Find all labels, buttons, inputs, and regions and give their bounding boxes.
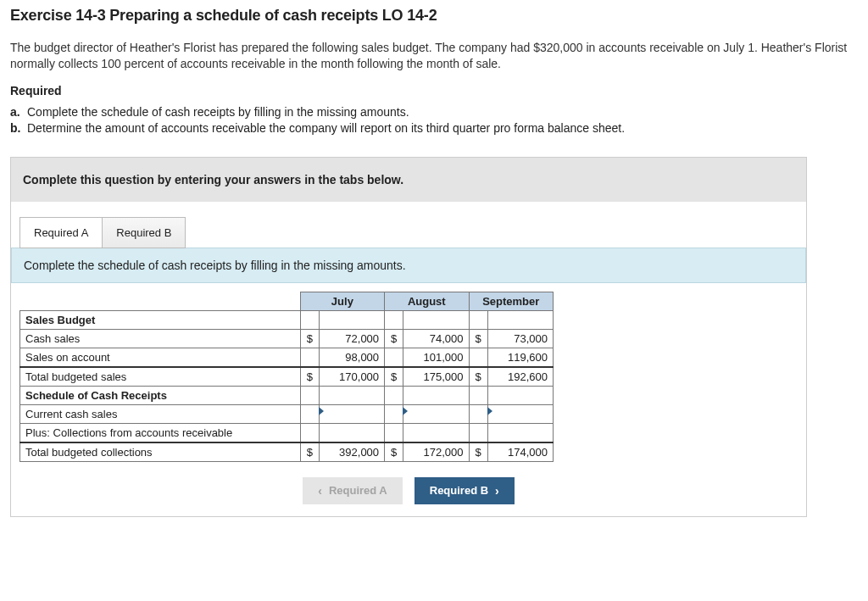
cell-value[interactable]: 192,600 (487, 367, 553, 387)
blank-header (20, 292, 301, 310)
requirements-list: a. Complete the schedule of cash receipt… (10, 104, 858, 136)
cell-sym[interactable]: $ (469, 442, 487, 462)
req-a-bullet: a. (10, 104, 27, 120)
col-july: July (300, 292, 384, 310)
row-total-budgeted-sales: Total budgeted sales (20, 367, 301, 387)
required-heading: Required (10, 84, 858, 97)
chevron-right-icon: › (495, 484, 499, 498)
req-b-bullet: b. (10, 120, 27, 136)
tab-required-b[interactable]: Required B (103, 217, 186, 248)
row-current-cash-sales: Current cash sales (20, 404, 301, 423)
col-september: September (469, 292, 553, 310)
cell-value[interactable]: 170,000 (319, 367, 384, 387)
cell-sym[interactable] (385, 423, 403, 442)
cell-sym[interactable]: $ (385, 367, 403, 387)
row-schedule-receipts: Schedule of Cash Receipts (20, 386, 301, 404)
cell-value[interactable]: 72,000 (319, 329, 384, 348)
row-plus-collections: Plus: Collections from accounts receivab… (20, 423, 301, 442)
cell-sym[interactable]: $ (385, 329, 403, 348)
col-august: August (385, 292, 469, 310)
cell-sym[interactable]: $ (300, 442, 319, 462)
cell-value[interactable]: 175,000 (403, 367, 469, 387)
tab-row: Required A Required B (19, 217, 806, 248)
req-a-text: Complete the schedule of cash receipts b… (27, 104, 409, 120)
cell-value[interactable]: 392,000 (319, 442, 384, 462)
prev-button: ‹ Required A (303, 477, 403, 504)
worksheet-table: July August September Sales Budget Cash … (19, 292, 554, 462)
answer-instruction-bar: Complete this question by entering your … (11, 158, 806, 202)
cell-input[interactable] (319, 423, 384, 442)
cell-value[interactable]: 119,600 (487, 348, 553, 367)
cell-value[interactable]: 172,000 (403, 442, 469, 462)
cell-value[interactable]: 174,000 (487, 442, 553, 462)
exercise-title: Exercise 14-3 Preparing a schedule of ca… (10, 7, 858, 25)
cell-sym[interactable]: $ (385, 442, 403, 462)
cell-input[interactable] (487, 404, 553, 423)
cell-input[interactable] (487, 423, 553, 442)
cell-value[interactable]: 101,000 (403, 348, 469, 367)
cell-sym[interactable] (469, 404, 487, 423)
row-total-collections: Total budgeted collections (20, 442, 301, 462)
prev-label: Required A (329, 484, 387, 497)
next-label: Required B (430, 484, 488, 497)
chevron-left-icon: ‹ (318, 484, 322, 498)
cell-sym[interactable] (300, 348, 319, 367)
answer-area: Complete this question by entering your … (10, 157, 807, 517)
cell-sym[interactable] (385, 348, 403, 367)
cell-sym[interactable]: $ (469, 329, 487, 348)
row-sales-budget: Sales Budget (20, 310, 301, 329)
cell-sym[interactable] (469, 423, 487, 442)
cell-value[interactable]: 98,000 (319, 348, 384, 367)
cell-sym[interactable]: $ (300, 329, 319, 348)
next-button[interactable]: Required B › (415, 477, 515, 504)
cell-input[interactable] (403, 423, 469, 442)
intro-paragraph: The budget director of Heather's Florist… (10, 40, 858, 72)
req-b-text: Determine the amount of accounts receiva… (27, 120, 625, 136)
cell-sym[interactable] (469, 348, 487, 367)
cell-sym[interactable] (385, 404, 403, 423)
cell-sym[interactable]: $ (469, 367, 487, 387)
sub-instruction: Complete the schedule of cash receipts b… (11, 248, 806, 283)
cell-input[interactable] (319, 404, 384, 423)
cell-sym[interactable] (300, 404, 319, 423)
cell-sym[interactable]: $ (300, 367, 319, 387)
cell-sym[interactable] (300, 423, 319, 442)
row-cash-sales: Cash sales (20, 329, 301, 348)
tab-required-a[interactable]: Required A (19, 217, 103, 248)
nav-buttons: ‹ Required A Required B › (11, 477, 806, 516)
cell-value[interactable]: 73,000 (487, 329, 553, 348)
cell-value[interactable]: 74,000 (403, 329, 469, 348)
cell-input[interactable] (403, 404, 469, 423)
row-sales-on-account: Sales on account (20, 348, 301, 367)
